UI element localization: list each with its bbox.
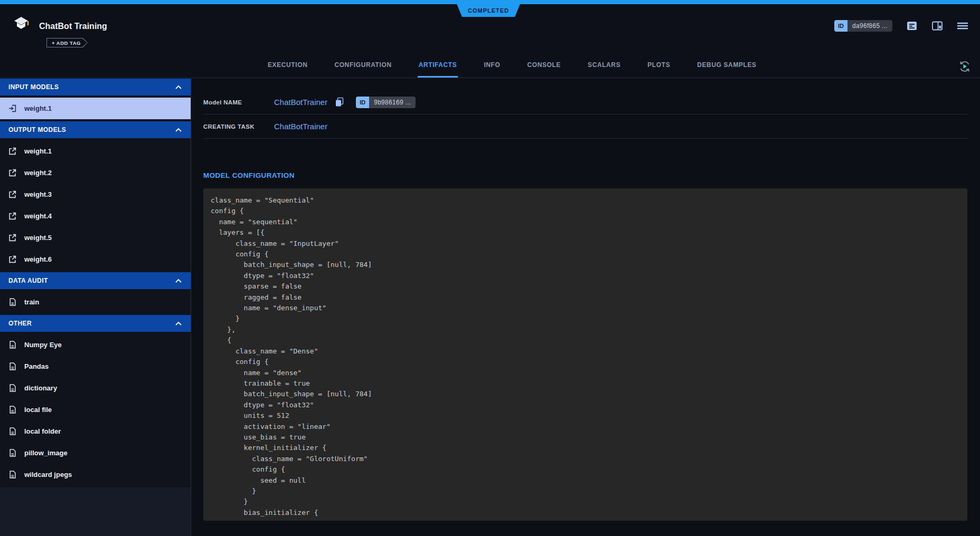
sidebar-item-weight-6-output[interactable]: weight.6 <box>0 248 191 270</box>
tab-artifacts[interactable]: ARTIFACTS <box>418 61 458 78</box>
tab-execution[interactable]: EXECUTION <box>267 61 308 78</box>
file-icon <box>8 384 16 392</box>
file-icon <box>8 471 16 478</box>
model-configuration-code-block[interactable]: class_name = "Sequential" config { name … <box>203 188 967 521</box>
item-label: pillow_image <box>24 449 68 457</box>
menu-icon[interactable] <box>957 21 968 31</box>
item-label: weight.1 <box>24 104 52 112</box>
section-title: OTHER <box>8 320 32 327</box>
output-model-icon <box>8 169 16 177</box>
file-icon <box>8 427 16 435</box>
output-model-icon <box>8 255 16 263</box>
tab-info[interactable]: INFO <box>483 61 501 78</box>
sidebar-item-wildcard-jpegs[interactable]: wildcard jpegs <box>0 464 191 485</box>
file-icon <box>8 449 16 457</box>
input-model-icon <box>8 104 16 112</box>
creating-task-link[interactable]: ChatBotTrainer <box>274 122 327 131</box>
item-label: Pandas <box>24 362 49 370</box>
sidebar-item-weight-1-output[interactable]: weight.1 <box>0 140 191 162</box>
sidebar-item-pillow-image[interactable]: pillow_image <box>0 442 191 464</box>
output-model-icon <box>8 190 16 198</box>
chevron-up-icon <box>175 85 182 90</box>
section-title: OUTPUT MODELS <box>8 126 66 133</box>
item-label: weight.5 <box>24 234 52 242</box>
item-label: weight.4 <box>24 212 52 220</box>
item-label: local folder <box>24 427 61 435</box>
tab-console[interactable]: CONSOLE <box>526 61 562 78</box>
sidebar-item-pandas[interactable]: Pandas <box>0 356 191 377</box>
model-configuration-title: MODEL CONFIGURATION <box>203 171 967 179</box>
sidebar-item-local-folder[interactable]: local folder <box>0 420 191 442</box>
model-configuration-code: class_name = "Sequential" config { name … <box>211 195 955 518</box>
tab-bar: EXECUTION CONFIGURATION ARTIFACTS INFO C… <box>267 61 758 78</box>
experiment-id-badge[interactable]: ID da96f865 ... <box>834 20 892 32</box>
copy-icon[interactable] <box>335 97 344 107</box>
output-model-icon <box>8 234 16 242</box>
output-model-icon <box>8 212 16 220</box>
chevron-up-icon <box>175 279 182 283</box>
data-audit-list: train <box>0 289 191 315</box>
output-model-icon <box>8 147 16 155</box>
output-models-list: weight.1 weight.2 weight.3 weight.4 weig… <box>0 138 191 272</box>
other-list: Numpy Eye Pandas dictionary local file l… <box>0 332 191 487</box>
model-logo-icon <box>12 16 31 35</box>
sidebar-section-data-audit[interactable]: DATA AUDIT <box>0 272 191 289</box>
auto-refresh-icon[interactable] <box>958 60 972 73</box>
sidebar-item-weight-5-output[interactable]: weight.5 <box>0 227 191 248</box>
sidebar-item-local-file[interactable]: local file <box>0 399 191 420</box>
section-title: INPUT MODELS <box>8 83 59 91</box>
experiment-id-value: da96f865 ... <box>847 20 892 32</box>
tab-scalars[interactable]: SCALARS <box>587 61 621 78</box>
content-layout: INPUT MODELS weight.1 OUTPUT MODELS weig… <box>0 79 980 536</box>
tab-plots[interactable]: PLOTS <box>646 61 671 78</box>
creating-task-label: CREATING TASK <box>203 123 274 130</box>
creating-task-row: CREATING TASK ChatBotTrainer <box>203 114 967 139</box>
details-panel-icon[interactable] <box>906 21 918 31</box>
item-label: weight.1 <box>24 147 52 155</box>
model-name-label: Model NAME <box>203 99 274 106</box>
app-window: COMPLETED ChatBot Training + ADD TAG ID … <box>0 0 980 536</box>
item-label: dictionary <box>24 384 57 392</box>
sidebar-section-input-models[interactable]: INPUT MODELS <box>0 79 191 95</box>
add-tag-button[interactable]: + ADD TAG <box>46 38 88 47</box>
add-tag-label: + ADD TAG <box>52 40 81 46</box>
split-view-icon[interactable] <box>931 21 943 31</box>
file-icon <box>8 298 16 306</box>
id-chip: ID <box>356 97 369 108</box>
sidebar-item-numpy-eye[interactable]: Numpy Eye <box>0 334 191 356</box>
item-label: Numpy Eye <box>24 341 62 349</box>
chevron-up-icon <box>175 128 182 132</box>
id-chip: ID <box>834 20 847 32</box>
sidebar-item-dictionary[interactable]: dictionary <box>0 377 191 399</box>
file-icon <box>8 362 16 370</box>
page-title: ChatBot Training <box>39 22 107 31</box>
status-badge-label: COMPLETED <box>468 7 509 14</box>
model-id-value: 9b986169 ... <box>369 97 416 108</box>
section-title: DATA AUDIT <box>8 277 48 284</box>
item-label: train <box>24 298 39 306</box>
tab-configuration[interactable]: CONFIGURATION <box>333 61 392 78</box>
artifact-detail-panel: Model NAME ChatBotTrainer ID 9b986169 ..… <box>191 79 980 536</box>
file-icon <box>8 406 16 414</box>
header-actions: ID da96f865 ... <box>834 20 968 32</box>
file-icon <box>8 341 16 349</box>
model-id-badge[interactable]: ID 9b986169 ... <box>356 97 416 108</box>
sidebar-filler <box>0 487 191 536</box>
sidebar-section-other[interactable]: OTHER <box>0 315 191 332</box>
chevron-up-icon <box>175 321 182 326</box>
sidebar-item-weight-1-input[interactable]: weight.1 <box>0 98 191 119</box>
sidebar-item-weight-4-output[interactable]: weight.4 <box>0 205 191 227</box>
model-name-row: Model NAME ChatBotTrainer ID 9b986169 ..… <box>203 90 967 114</box>
sidebar-item-weight-2-output[interactable]: weight.2 <box>0 162 191 184</box>
item-label: weight.2 <box>24 169 52 177</box>
sidebar-item-train[interactable]: train <box>0 291 191 313</box>
tab-debug-samples[interactable]: DEBUG SAMPLES <box>696 61 757 78</box>
model-name-link[interactable]: ChatBotTrainer <box>274 98 327 107</box>
input-models-list: weight.1 <box>0 95 191 121</box>
sidebar-section-output-models[interactable]: OUTPUT MODELS <box>0 121 191 138</box>
item-label: wildcard jpegs <box>24 471 72 478</box>
sidebar-item-weight-3-output[interactable]: weight.3 <box>0 184 191 205</box>
item-label: local file <box>24 406 52 414</box>
item-label: weight.6 <box>24 255 52 263</box>
artifacts-sidebar: INPUT MODELS weight.1 OUTPUT MODELS weig… <box>0 79 191 536</box>
